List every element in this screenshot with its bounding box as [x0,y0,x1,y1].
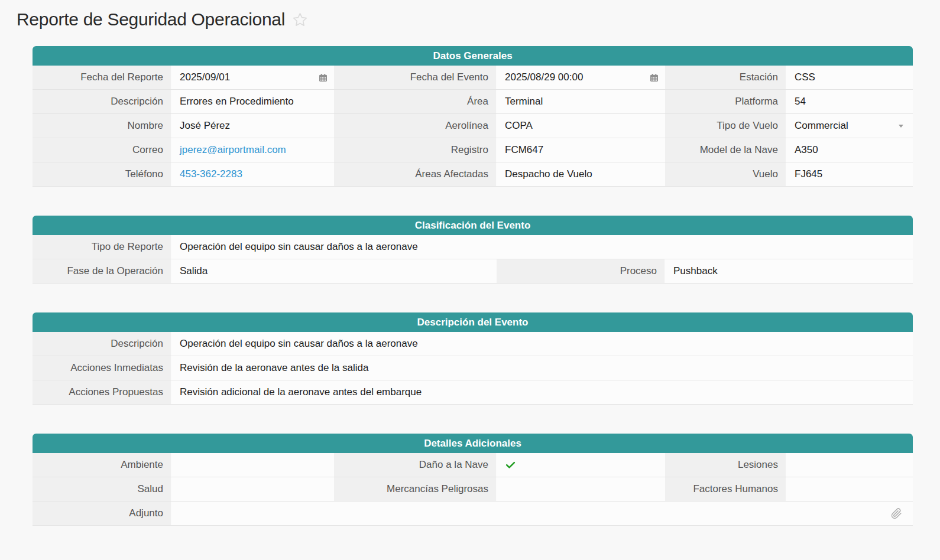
label-vuelo: Vuelo [665,162,786,186]
tipo-vuelo-select[interactable]: Commercial [786,114,913,138]
proceso-value: Pushback [665,259,913,283]
dano-nave-value [497,453,665,477]
label-salud: Salud [33,477,171,501]
nombre-value: José Pérez [171,114,334,138]
label-fecha-evento: Fecha del Evento [334,66,497,89]
adjunto-value [171,502,913,525]
acciones-propuestas-value: Revisión adicional de la aeronave antes … [171,380,913,404]
label-tipo-vuelo: Tipo de Vuelo [665,114,786,138]
fecha-evento-calendar-button[interactable] [650,74,658,82]
acciones-inmediatas-value: Revisión de la aeronave antes de la sali… [171,356,913,380]
check-icon [505,460,516,471]
label-mercancias-peligrosas: Mercancías Peligrosas [334,477,497,501]
row-descripcion-area: Descripción Errores en Procedimiento Áre… [33,90,913,114]
section-header-datos-generales: Datos Generales [33,46,913,66]
attachment-button[interactable] [891,508,902,519]
page-title-text: Reporte de Seguridad Operacional [17,9,285,30]
row-telefono-areas: Teléfono 453-362-2283 Áreas Afectadas De… [33,162,913,187]
row-descripcion-evento: Descripción Operación del equipo sin cau… [33,332,913,356]
section-clasificacion-evento: Clasificación del Evento Tipo de Reporte… [33,216,913,284]
phone-link[interactable]: 453-362-2283 [180,168,242,180]
fecha-evento-input[interactable]: 2025/08/29 00:00 [497,66,665,89]
calendar-icon [650,74,658,82]
row-adjunto: Adjunto [33,502,913,526]
areas-afectadas-value: Despacho de Vuelo [497,162,665,186]
section-descripcion-evento: Descripción del Evento Descripción Opera… [33,312,913,405]
page-title: Reporte de Seguridad Operacional [17,9,940,30]
calendar-icon [319,74,327,82]
label-lesiones: Lesiones [665,453,786,477]
fecha-reporte-input[interactable]: 2025/09/01 [171,66,334,89]
label-dano-nave: Daño a la Nave [334,453,497,477]
tipo-vuelo-value: Commercial [795,120,848,132]
label-registro: Registro [334,138,497,162]
caret-down-icon [899,125,903,128]
registro-value: FCM647 [497,138,665,162]
label-area: Área [334,90,497,113]
estacion-value: CSS [786,66,913,89]
label-platforma: Platforma [665,90,786,113]
telefono-value: 453-362-2283 [171,162,334,186]
label-areas-afectadas: Áreas Afectadas [334,162,497,186]
email-link[interactable]: jperez@airportmail.com [180,144,286,156]
fase-operacion-value: Salida [171,259,497,283]
label-factores-humanos: Factores Humanos [665,477,786,501]
label-fecha-reporte: Fecha del Reporte [33,66,171,89]
area-value: Terminal [497,90,665,113]
section-header-descripcion-evento: Descripción del Evento [33,312,913,332]
star-icon [292,12,308,28]
section-header-detalles: Detalles Adicionales [33,434,913,453]
correo-value: jperez@airportmail.com [171,138,334,162]
label-proceso: Proceso [497,259,665,283]
fecha-evento-value: 2025/08/29 00:00 [505,71,583,83]
label-telefono: Teléfono [33,162,171,186]
fecha-reporte-calendar-button[interactable] [319,74,327,82]
aerolinea-value: COPA [497,114,665,138]
platforma-value: 54 [786,90,913,113]
section-header-clasificacion: Clasificación del Evento [33,216,913,235]
row-salud-mercancias-factores: Salud Mercancías Peligrosas Factores Hum… [33,477,913,502]
label-adjunto: Adjunto [33,502,171,525]
vuelo-value: FJ645 [786,162,913,186]
row-acciones-propuestas: Acciones Propuestas Revisión adicional d… [33,380,913,405]
label-modelo-nave: Model de la Nave [665,138,786,162]
label-aerolinea: Aerolínea [334,114,497,138]
label-descripcion: Descripción [33,90,171,113]
label-tipo-reporte: Tipo de Reporte [33,235,171,259]
fecha-reporte-value: 2025/09/01 [180,71,230,83]
label-acciones-inmediatas: Acciones Inmediatas [33,356,171,380]
salud-value [171,477,334,501]
dano-nave-checked [505,460,516,471]
row-correo-registro: Correo jperez@airportmail.com Registro F… [33,138,913,162]
section-detalles-adicionales: Detalles Adicionales Ambiente Daño a la … [33,434,913,526]
row-tipo-reporte: Tipo de Reporte Operación del equipo sin… [33,235,913,259]
modelo-nave-value: A350 [786,138,913,162]
row-ambiente-dano-lesiones: Ambiente Daño a la Nave Lesiones [33,453,913,477]
row-fase-proceso: Fase de la Operación Salida Proceso Push… [33,259,913,284]
label-fase-operacion: Fase de la Operación [33,259,171,283]
factores-humanos-value [786,477,913,501]
mercancias-peligrosas-value [497,477,665,501]
label-estacion: Estación [665,66,786,89]
label-ambiente: Ambiente [33,453,171,477]
label-acciones-propuestas: Acciones Propuestas [33,380,171,404]
label-correo: Correo [33,138,171,162]
descripcion-evento-value: Operación del equipo sin causar daños a … [171,332,913,356]
report-form: Datos Generales Fecha del Reporte 2025/0… [33,46,913,526]
paperclip-icon [891,508,902,519]
label-descripcion-evento: Descripción [33,332,171,356]
tipo-reporte-value: Operación del equipo sin causar daños a … [171,235,913,259]
lesiones-value [786,453,913,477]
ambiente-value [171,453,334,477]
row-acciones-inmediatas: Acciones Inmediatas Revisión de la aeron… [33,356,913,380]
row-fechas: Fecha del Reporte 2025/09/01 [33,66,913,90]
favorite-star-button[interactable] [292,12,308,28]
row-nombre-aerolinea: Nombre José Pérez Aerolínea COPA Tipo de… [33,114,913,138]
label-nombre: Nombre [33,114,171,138]
section-datos-generales: Datos Generales Fecha del Reporte 2025/0… [33,46,913,187]
descripcion-value: Errores en Procedimiento [171,90,334,113]
